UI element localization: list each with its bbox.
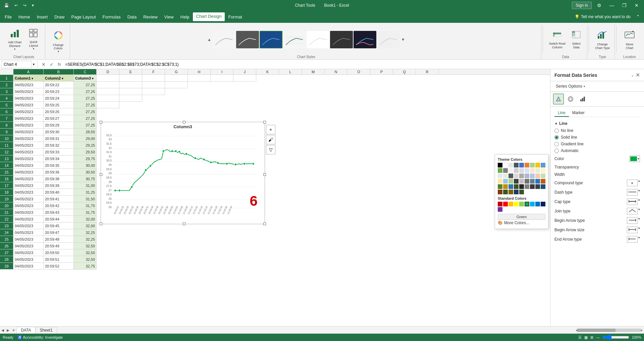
row-header-3[interactable]: 3	[0, 88, 13, 95]
col-header-N[interactable]: N	[325, 69, 347, 75]
col-header-O[interactable]: O	[347, 69, 370, 75]
cell-G1[interactable]	[165, 75, 188, 82]
row-header-6[interactable]: 6	[0, 108, 13, 115]
menu-formulas[interactable]: Formulas	[99, 13, 124, 21]
col-header-H[interactable]: H	[188, 69, 211, 75]
color-swatch-button[interactable]: ▾	[629, 155, 640, 162]
menu-chart-design[interactable]: Chart Design	[193, 12, 225, 21]
cap-type-btn[interactable]	[627, 198, 638, 205]
row-header-2[interactable]: 2	[0, 82, 13, 88]
cell-F1[interactable]	[142, 75, 165, 82]
move-chart-button[interactable]: MoveChart	[621, 29, 638, 51]
row-header-20[interactable]: 20	[0, 202, 13, 209]
chart-container[interactable]: + 🖌 ▽ Column3 33,5 33 32,5 32 31,5	[101, 122, 265, 224]
begin-arrow-size-btn[interactable]	[627, 227, 638, 233]
no-line-radio[interactable]	[554, 129, 559, 133]
select-data-button[interactable]: SelectData	[568, 29, 584, 50]
save-button[interactable]: 💾	[3, 2, 10, 8]
row-header-14[interactable]: 14	[0, 162, 13, 169]
line-tab[interactable]: Line	[554, 109, 569, 117]
row-header-7[interactable]: 7	[0, 115, 13, 122]
row-header-9[interactable]: 9	[0, 129, 13, 135]
scroll-right-button[interactable]: ▸	[641, 328, 643, 332]
cell-B1[interactable]: Column2 ▾	[44, 75, 74, 82]
resize-ne[interactable]	[263, 121, 266, 124]
join-type-btn[interactable]	[627, 208, 638, 214]
row-header-23[interactable]: 23	[0, 223, 13, 229]
col-header-M[interactable]: M	[302, 69, 325, 75]
row-header-18[interactable]: 18	[0, 189, 13, 196]
row-header-17[interactable]: 17	[0, 182, 13, 189]
change-colors-button[interactable]: ChangeColors ▾	[50, 29, 67, 54]
chart-style-1[interactable]	[213, 31, 235, 48]
customize-qat-button[interactable]: ▾	[31, 2, 35, 8]
row-header-1[interactable]: 1	[0, 75, 13, 82]
cancel-formula-button[interactable]: ✕	[40, 62, 47, 67]
row-header-13[interactable]: 13	[0, 155, 13, 162]
series-options-icon-btn[interactable]	[577, 94, 588, 104]
col-header-R[interactable]: R	[416, 69, 439, 75]
redo-button[interactable]: ↪	[22, 2, 28, 8]
gradient-line-radio[interactable]	[554, 142, 559, 146]
cell-D1[interactable]	[97, 75, 119, 82]
col-header-A[interactable]: A	[13, 69, 44, 75]
col-header-I[interactable]: I	[211, 69, 233, 75]
series-options-button[interactable]: Series Options ▾	[553, 83, 588, 90]
page-layout-view-button[interactable]: ▦	[584, 335, 588, 340]
chart-add-element-btn[interactable]: +	[266, 125, 275, 134]
resize-n[interactable]	[183, 121, 185, 124]
restore-button[interactable]: ❐	[620, 2, 629, 9]
cell-E1[interactable]	[119, 75, 142, 82]
menu-home[interactable]: Home	[15, 13, 34, 21]
zoom-slider[interactable]	[602, 335, 629, 340]
row-header-10[interactable]: 10	[0, 135, 13, 142]
row-header-4[interactable]: 4	[0, 95, 13, 102]
sheet-tab-data[interactable]: DATA	[16, 327, 35, 333]
chart-style-3[interactable]	[260, 31, 282, 48]
cell-C2[interactable]: 27,25	[74, 82, 97, 88]
resize-s[interactable]	[183, 223, 185, 225]
cell-C1[interactable]: Column3 ▾	[74, 75, 97, 82]
menu-file[interactable]: File	[1, 13, 15, 21]
resize-nw[interactable]	[100, 121, 102, 124]
automatic-radio[interactable]	[554, 149, 559, 153]
series-fill-line-icon-btn[interactable]	[553, 94, 564, 104]
resize-sw[interactable]	[100, 223, 102, 225]
styles-scroll-up[interactable]: ▲	[207, 37, 212, 43]
menu-help[interactable]: Help	[177, 13, 193, 21]
row-header-28[interactable]: 28	[0, 256, 13, 263]
row-header-29[interactable]: 29	[0, 263, 13, 270]
close-button[interactable]: ✕	[632, 2, 641, 9]
scroll-tabs-right-button[interactable]: ▸	[5, 328, 11, 333]
ribbon-collapse-button[interactable]: ⌃	[633, 13, 643, 21]
compound-type-btn[interactable]: ≡	[627, 180, 638, 186]
chart-style-7[interactable]	[354, 31, 376, 48]
cell-A2[interactable]: 04/05/2023	[13, 82, 44, 88]
row-header-24[interactable]: 24	[0, 229, 13, 236]
add-sheet-button[interactable]: +	[11, 328, 16, 333]
chart-style-2[interactable]	[236, 31, 259, 48]
settings-button[interactable]: ⚙	[594, 2, 604, 9]
marker-tab[interactable]: Marker	[569, 109, 588, 117]
undo-button[interactable]: ↩	[13, 2, 19, 8]
add-chart-element-button[interactable]: + Add ChartElement ▾	[5, 28, 24, 52]
col-header-C[interactable]: C	[74, 69, 97, 75]
h-scrollbar-track[interactable]	[577, 329, 641, 332]
row-header-11[interactable]: 11	[0, 142, 13, 149]
col-header-F[interactable]: F	[142, 69, 165, 75]
menu-page-layout[interactable]: Page Layout	[68, 13, 99, 21]
chart-area[interactable]: 33,5 33 32,5 32 31,5 31 30,5 30 29,5 29 …	[101, 130, 265, 222]
row-header-27[interactable]: 27	[0, 249, 13, 256]
menu-data[interactable]: Data	[124, 13, 140, 21]
cell-J1[interactable]	[233, 75, 256, 82]
cell-H1[interactable]	[188, 75, 211, 82]
col-header-P[interactable]: P	[370, 69, 393, 75]
row-header-15[interactable]: 15	[0, 169, 13, 176]
col-header-E[interactable]: E	[119, 69, 142, 75]
col-header-D[interactable]: D	[97, 69, 119, 75]
chart-style-4[interactable]	[283, 31, 306, 48]
quick-layout-button[interactable]: QuickLayout ▾	[25, 28, 42, 51]
panel-close-button[interactable]: ✕	[636, 72, 640, 78]
menu-format[interactable]: Format	[225, 13, 245, 21]
page-break-view-button[interactable]: ⊞	[590, 335, 593, 340]
